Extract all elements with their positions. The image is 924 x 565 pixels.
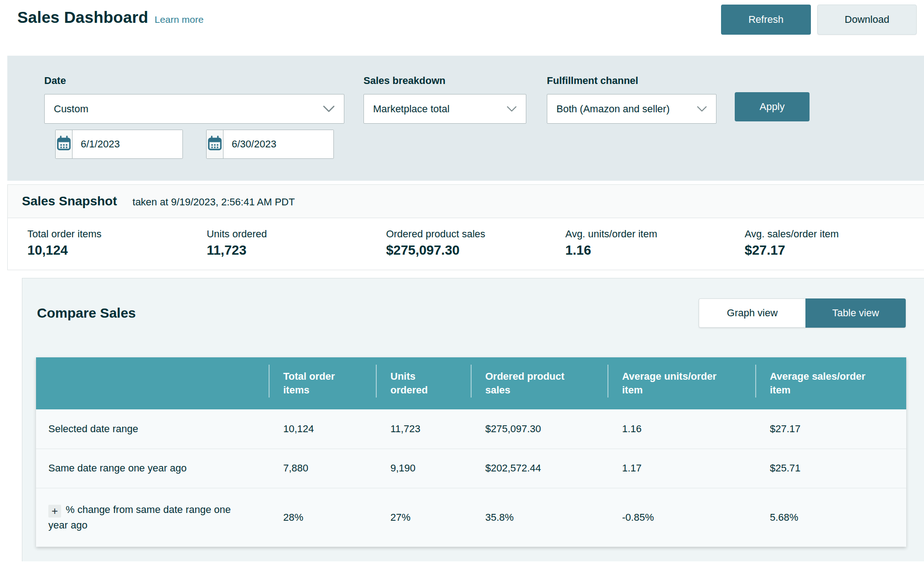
table-cell: 5.68% xyxy=(755,488,906,547)
table-cell: 10,124 xyxy=(269,409,376,449)
snapshot-stat: Total order items10,124 xyxy=(27,228,207,258)
refresh-button[interactable]: Refresh xyxy=(721,5,811,35)
snapshot-stat: Avg. sales/order item$27.17 xyxy=(745,228,924,258)
start-date-calendar-button[interactable] xyxy=(56,130,73,158)
column-header: Average units/order item xyxy=(607,357,755,409)
start-date-input[interactable] xyxy=(73,130,183,158)
row-label: Same date range one year ago xyxy=(36,449,269,488)
compare-table-header-row: Total order itemsUnits orderedOrdered pr… xyxy=(36,357,906,409)
table-cell: 7,880 xyxy=(269,449,376,488)
table-cell: 11,723 xyxy=(376,409,471,449)
table-cell: 28% xyxy=(269,488,376,547)
column-header xyxy=(36,357,269,409)
download-button[interactable]: Download xyxy=(817,5,917,35)
stat-label: Units ordered xyxy=(207,228,386,240)
page-title: Sales Dashboard xyxy=(17,8,148,26)
fulfillment-channel-select-value: Both (Amazon and seller) xyxy=(556,103,670,115)
table-cell: $202,572.44 xyxy=(471,449,607,488)
fulfillment-channel-group: Fulfillment channel Both (Amazon and sel… xyxy=(526,75,716,124)
filter-bar: Date Custom xyxy=(7,56,924,181)
table-row: +% change from same date range one year … xyxy=(36,488,906,547)
table-cell: 1.17 xyxy=(607,449,755,488)
compare-sales-top: Compare Sales Graph view Table view xyxy=(22,278,924,328)
column-header: Units ordered xyxy=(376,357,471,409)
table-cell: -0.85% xyxy=(607,488,755,547)
compare-table: Total order itemsUnits orderedOrdered pr… xyxy=(36,357,906,547)
sales-snapshot-title: Sales Snapshot xyxy=(22,194,117,209)
apply-button[interactable]: Apply xyxy=(735,92,810,121)
table-cell: $275,097.30 xyxy=(471,409,607,449)
table-cell: 27% xyxy=(376,488,471,547)
expand-row-button[interactable]: + xyxy=(48,505,61,518)
stat-value: $275,097.30 xyxy=(386,243,565,258)
view-toggle: Graph view Table view xyxy=(699,298,906,328)
sales-snapshot-timestamp: taken at 9/19/2023, 2:56:41 AM PDT xyxy=(133,196,295,208)
date-filter-group: Date Custom xyxy=(44,75,344,159)
stat-label: Avg. units/order item xyxy=(566,228,745,240)
chevron-down-icon xyxy=(323,105,335,113)
fulfillment-channel-label: Fulfillment channel xyxy=(547,75,716,87)
column-header: Ordered product sales xyxy=(471,357,607,409)
date-range-select[interactable]: Custom xyxy=(44,94,344,124)
compare-table-wrap: Total order itemsUnits orderedOrdered pr… xyxy=(36,357,906,547)
row-label-text: Selected date range xyxy=(48,421,249,437)
graph-view-button[interactable]: Graph view xyxy=(699,298,805,328)
end-date-input-group xyxy=(206,130,334,159)
table-cell: 35.8% xyxy=(471,488,607,547)
row-label: Selected date range xyxy=(36,409,269,449)
calendar-icon xyxy=(56,135,72,153)
calendar-icon xyxy=(207,135,223,153)
sales-snapshot-header: Sales Snapshot taken at 9/19/2023, 2:56:… xyxy=(8,185,924,218)
stat-value: $27.17 xyxy=(745,243,924,258)
header-actions: Refresh Download xyxy=(721,5,917,35)
date-range-select-value: Custom xyxy=(54,103,88,115)
column-header-label: Average sales/order item xyxy=(770,370,869,397)
chevron-down-icon xyxy=(507,106,517,112)
learn-more-link[interactable]: Learn more xyxy=(155,14,203,25)
top-header: Sales Dashboard Learn more Refresh Downl… xyxy=(0,0,924,35)
date-filter-label: Date xyxy=(44,75,344,87)
stat-label: Ordered product sales xyxy=(386,228,565,240)
table-view-button[interactable]: Table view xyxy=(805,298,906,328)
snapshot-stats: Total order items10,124Units ordered11,7… xyxy=(8,218,924,270)
date-inputs xyxy=(55,130,344,159)
column-header-label: Average units/order item xyxy=(622,370,722,397)
table-row: Same date range one year ago7,8809,190$2… xyxy=(36,449,906,488)
fulfillment-channel-select[interactable]: Both (Amazon and seller) xyxy=(547,94,716,124)
sales-breakdown-select-value: Marketplace total xyxy=(373,103,450,115)
sales-breakdown-group: Sales breakdown Marketplace total xyxy=(344,75,526,124)
stat-label: Total order items xyxy=(27,228,207,240)
table-cell: $27.17 xyxy=(755,409,906,449)
title-wrap: Sales Dashboard Learn more xyxy=(17,5,203,26)
table-cell: 1.16 xyxy=(607,409,755,449)
column-header: Total order items xyxy=(269,357,376,409)
column-header-label: Total order items xyxy=(283,370,343,397)
snapshot-stat: Units ordered11,723 xyxy=(207,228,386,258)
sales-breakdown-label: Sales breakdown xyxy=(363,75,526,87)
compare-sales-title: Compare Sales xyxy=(37,305,136,321)
row-label-text: Same date range one year ago xyxy=(48,460,249,476)
table-row: Selected date range10,12411,723$275,097.… xyxy=(36,409,906,449)
sales-breakdown-select[interactable]: Marketplace total xyxy=(363,94,526,124)
snapshot-stat: Avg. units/order item1.16 xyxy=(566,228,745,258)
table-cell: $25.71 xyxy=(755,449,906,488)
table-cell: 9,190 xyxy=(376,449,471,488)
snapshot-stat: Ordered product sales$275,097.30 xyxy=(386,228,565,258)
end-date-calendar-button[interactable] xyxy=(207,130,223,158)
compare-table-body: Selected date range10,12411,723$275,097.… xyxy=(36,409,906,547)
stat-label: Avg. sales/order item xyxy=(745,228,924,240)
end-date-input[interactable] xyxy=(223,130,334,158)
stat-value: 10,124 xyxy=(27,243,207,258)
row-label-text: +% change from same date range one year … xyxy=(48,502,249,533)
column-header-label: Units ordered xyxy=(390,370,434,397)
chevron-down-icon xyxy=(697,106,707,112)
stat-value: 11,723 xyxy=(207,243,386,258)
column-header-label: Ordered product sales xyxy=(485,370,570,397)
start-date-input-group xyxy=(55,130,183,159)
compare-sales-panel: Compare Sales Graph view Table view Tota… xyxy=(22,278,924,561)
row-label: +% change from same date range one year … xyxy=(36,488,269,547)
sales-snapshot-panel: Sales Snapshot taken at 9/19/2023, 2:56:… xyxy=(7,184,924,270)
column-header: Average sales/order item xyxy=(755,357,906,409)
stat-value: 1.16 xyxy=(566,243,745,258)
